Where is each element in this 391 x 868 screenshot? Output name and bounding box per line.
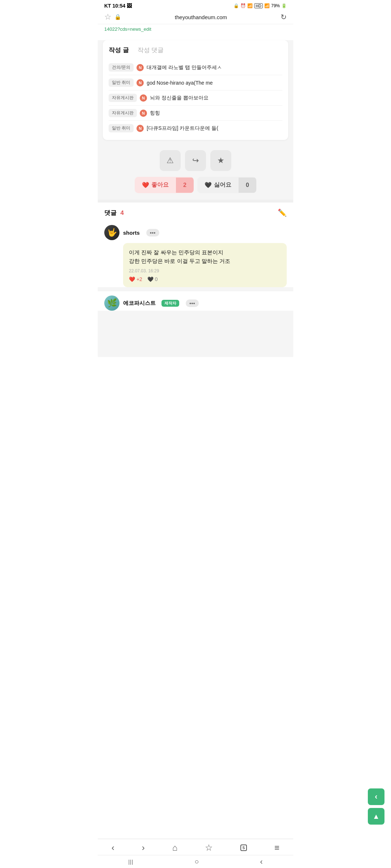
battery-icon: 🔋 xyxy=(281,3,287,8)
comment-edit-icon[interactable]: ✏️ xyxy=(278,208,287,217)
new-badge: N xyxy=(136,64,144,71)
comment-item: 🤟 shorts ••• 이게 진짜 잘 싸우는 민주당의 표본이지강한 민주당… xyxy=(98,221,293,287)
alarm-icon: ⏰ xyxy=(240,3,246,8)
new-badge: N xyxy=(140,94,147,102)
signal-icon: 📶 xyxy=(264,3,270,8)
list-item[interactable]: 일반 취미 N god Nose-hirano aya(The me xyxy=(109,75,282,90)
list-item[interactable]: 일반 취미 N [다큐S프라임] 카운트다운에 들( xyxy=(109,121,282,136)
new-badge: N xyxy=(140,110,147,117)
star-icon: ★ xyxy=(217,156,224,165)
status-icons: 🔒 ⏰ 📶 HD 📶 79% 🔋 xyxy=(234,3,287,8)
comment-user-row: 🌿 에코파시스트 제작자 ••• xyxy=(104,295,287,311)
comment-dislike-count[interactable]: 🖤 0 xyxy=(147,276,158,282)
comment-more-button[interactable]: ••• xyxy=(146,229,159,237)
main-content: 작성 글 작성 댓글 건의/문의 N 대개갤에 라노벨 탭 만들어주세ㅅ 일반 … xyxy=(98,40,293,357)
share-button[interactable]: ↪ xyxy=(185,150,206,171)
post-title: 힝힝 xyxy=(150,110,282,116)
heart-icon: ❤️ xyxy=(142,182,149,188)
comment-username[interactable]: 에코파시스트 xyxy=(123,300,156,307)
report-button[interactable]: ⚠ xyxy=(160,150,181,171)
url-text: theyouthandeum.com xyxy=(175,14,227,20)
post-title: [다큐S프라임] 카운트다운에 들( xyxy=(147,125,282,132)
new-badge: N xyxy=(136,79,144,86)
comment-more-button[interactable]: ••• xyxy=(186,299,199,307)
post-category: 건의/문의 xyxy=(109,63,134,72)
reaction-buttons: ❤️ 좋아요 2 🖤 싫어요 0 xyxy=(98,174,293,200)
list-item[interactable]: 건의/문의 N 대개갤에 라노벨 탭 만들어주세ㅅ xyxy=(109,60,282,75)
battery: 79% xyxy=(271,3,280,8)
like-button[interactable]: ❤️ 좋아요 2 xyxy=(135,177,194,193)
shield-icon: 🔒 xyxy=(234,3,239,8)
list-item[interactable]: 자유게시판 N 힝힝 xyxy=(109,106,282,121)
post-category: 자유게시판 xyxy=(109,109,137,117)
comment-username[interactable]: shorts xyxy=(123,230,140,236)
new-badge: N xyxy=(136,125,144,132)
url-link[interactable]: 14022?cds=news_edit xyxy=(104,26,151,32)
comment-time: 22.07.03. 16:29 xyxy=(129,268,281,273)
like-count: 2 xyxy=(176,178,194,193)
comment-reactions: ❤️ +2 🖤 0 xyxy=(129,276,281,282)
avatar: 🤟 xyxy=(104,225,119,240)
carrier-time: KT 10:54 🖼 xyxy=(104,3,132,9)
tab-written-comments[interactable]: 작성 댓글 xyxy=(138,46,164,54)
written-tabs: 작성 글 작성 댓글 xyxy=(109,46,282,54)
bookmark-button[interactable]: ★ xyxy=(210,150,231,171)
post-category: 일반 취미 xyxy=(109,78,134,87)
page-bottom xyxy=(98,314,293,357)
dislike-label: 싫어요 xyxy=(214,181,231,189)
written-section: 작성 글 작성 댓글 건의/문의 N 대개갤에 라노벨 탭 만들어주세ㅅ 일반 … xyxy=(103,40,288,140)
reload-icon[interactable]: ↻ xyxy=(281,13,287,21)
url-link-bar[interactable]: 14022?cds=news_edit xyxy=(98,24,293,35)
section-divider xyxy=(98,200,293,203)
browser-bar: ☆ 🔒 theyouthandeum.com ↻ xyxy=(98,10,293,24)
comment-bubble: 이게 진짜 잘 싸우는 민주당의 표본이지강한 민주당은 바로 이걸 두고 말하… xyxy=(123,243,287,287)
tab-written-posts[interactable]: 작성 글 xyxy=(109,46,129,54)
comments-label: 댓글 xyxy=(104,209,117,216)
like-inner: ❤️ 좋아요 xyxy=(135,177,176,193)
dislike-button[interactable]: 🖤 싫어요 0 xyxy=(197,177,256,193)
report-icon: ⚠ xyxy=(167,156,174,165)
share-icon: ↪ xyxy=(192,156,199,165)
dislike-count: 0 xyxy=(239,178,256,193)
comments-header: 댓글 4 ✏️ xyxy=(98,203,293,221)
comments-count: 4 xyxy=(120,209,123,216)
creator-badge: 제작자 xyxy=(161,300,179,307)
post-title: 뇌와 정신줄을 뽑아보아요 xyxy=(150,95,282,101)
bookmark-star-icon[interactable]: ☆ xyxy=(104,12,112,22)
dislike-inner: 🖤 싫어요 xyxy=(197,177,239,193)
post-title: god Nose-hirano aya(The me xyxy=(147,80,282,86)
action-buttons: ⚠ ↪ ★ xyxy=(98,144,293,174)
wifi-icon: 📶 xyxy=(247,3,253,8)
avatar: 🌿 xyxy=(104,295,119,311)
hd-badge: HD xyxy=(254,3,263,8)
post-title: 대개갤에 라노벨 탭 만들어주세ㅅ xyxy=(147,64,282,71)
lock-icon: 🔒 xyxy=(114,14,121,20)
post-category: 자유게시판 xyxy=(109,94,137,102)
comment-item: 🌿 에코파시스트 제작자 ••• xyxy=(98,291,293,311)
like-label: 좋아요 xyxy=(151,181,169,189)
post-category: 일반 취미 xyxy=(109,124,134,132)
list-item[interactable]: 자유게시판 N 뇌와 정신줄을 뽑아보아요 xyxy=(109,90,282,106)
status-bar: KT 10:54 🖼 🔒 ⏰ 📶 HD 📶 79% 🔋 xyxy=(98,0,293,10)
url-display[interactable]: theyouthandeum.com xyxy=(175,14,227,20)
post-list: 건의/문의 N 대개갤에 라노벨 탭 만들어주세ㅅ 일반 취미 N god No… xyxy=(109,60,282,136)
comment-user-row: 🤟 shorts ••• xyxy=(104,225,287,240)
comment-text: 이게 진짜 잘 싸우는 민주당의 표본이지강한 민주당은 바로 이걸 두고 말하… xyxy=(129,248,281,265)
comment-like-count[interactable]: ❤️ +2 xyxy=(129,276,142,282)
comments-title-area: 댓글 4 xyxy=(104,209,124,217)
broken-heart-icon: 🖤 xyxy=(205,182,212,188)
